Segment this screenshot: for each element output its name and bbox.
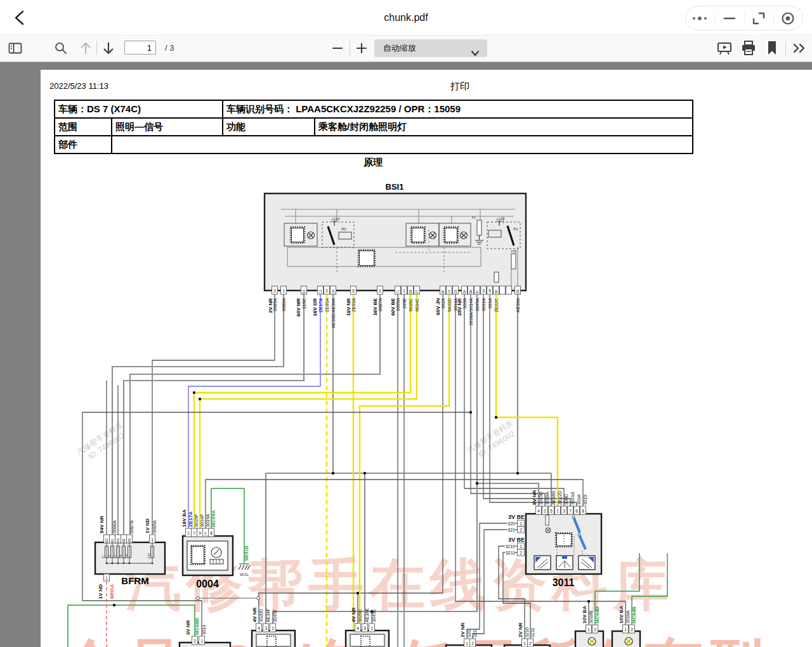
svg-text:27: 27 bbox=[415, 290, 419, 294]
svg-text:1V ND: 1V ND bbox=[98, 584, 103, 599]
svg-text:1: 1 bbox=[587, 627, 590, 632]
page-number-input[interactable] bbox=[124, 41, 156, 55]
svg-text:F4: F4 bbox=[119, 554, 122, 558]
svg-text:F7: F7 bbox=[102, 554, 105, 558]
svg-text:3211: 3211 bbox=[530, 628, 535, 637]
svg-text:29: 29 bbox=[516, 290, 520, 294]
svg-text:AE36D/AE36A: AE36D/AE36A bbox=[331, 298, 336, 328]
svg-text:ID: 7496002: ID: 7496002 bbox=[86, 431, 126, 461]
svg-text:+12V: +12V bbox=[331, 217, 340, 221]
more-tools-button[interactable] bbox=[789, 35, 809, 62]
svg-text:汽修帮手资料库: 汽修帮手资料库 bbox=[465, 419, 515, 455]
svg-text:3210: 3210 bbox=[505, 544, 515, 549]
svg-text:5: 5 bbox=[488, 289, 491, 293]
watermark-layer: 汽修帮手在线资料库会员188/年 任用所有车型汽修帮手资料库ID: 749600… bbox=[60, 419, 770, 647]
svg-text:3019: 3019 bbox=[582, 495, 588, 505]
svg-text:303A: 303A bbox=[576, 494, 582, 505]
svg-text:16V BE: 16V BE bbox=[372, 297, 378, 315]
svg-text:ZE22D: ZE22D bbox=[557, 491, 563, 505]
svg-text:321: 321 bbox=[472, 630, 478, 637]
svg-text:7: 7 bbox=[193, 531, 195, 535]
svg-text:MC51: MC51 bbox=[240, 573, 249, 577]
svg-text:302A: 302A bbox=[440, 298, 446, 309]
svg-text:3045D: 3045D bbox=[538, 492, 544, 505]
svg-text:ZE17A: ZE17A bbox=[318, 298, 324, 312]
svg-text:10V BA: 10V BA bbox=[582, 606, 587, 624]
search-button[interactable] bbox=[52, 35, 70, 62]
svg-text:AE36D: AE36D bbox=[551, 490, 556, 505]
svg-text:2: 2 bbox=[520, 551, 522, 555]
svg-text:9034P: 9034P bbox=[199, 514, 205, 527]
svg-text:3210: 3210 bbox=[524, 627, 530, 637]
print-header-label: 打印 bbox=[450, 81, 469, 93]
svg-text:265E: 265E bbox=[402, 298, 407, 309]
svg-text:2: 2 bbox=[594, 627, 596, 632]
svg-text:汽修帮手在线资料库: 汽修帮手在线资料库 bbox=[125, 553, 674, 616]
component-box-layer bbox=[95, 193, 640, 647]
bsi-relays bbox=[322, 221, 520, 249]
svg-text:R2: R2 bbox=[341, 227, 346, 231]
svg-text:16: 16 bbox=[331, 290, 335, 294]
svg-text:0085A: 0085A bbox=[272, 298, 278, 311]
svg-text:1: 1 bbox=[556, 509, 559, 513]
svg-text:9035C: 9035C bbox=[408, 298, 414, 311]
bookmark-button[interactable] bbox=[764, 35, 780, 62]
svg-text:3038A/3014A: 3038A/3014A bbox=[468, 298, 474, 326]
svg-text:1: 1 bbox=[466, 641, 468, 646]
component-value-cell bbox=[112, 136, 693, 154]
ground-mc51 bbox=[239, 564, 250, 570]
table-row: 车辆：DS 7 (X74C) 车辆识别号码： LPAA5CKCXJ2Z92259… bbox=[55, 100, 693, 118]
svg-text:2: 2 bbox=[529, 641, 532, 646]
svg-text:303A: 303A bbox=[487, 298, 493, 309]
svg-text:8: 8 bbox=[210, 531, 213, 535]
next-page-button[interactable] bbox=[100, 35, 117, 62]
svg-text:320: 320 bbox=[508, 521, 515, 526]
svg-text:ZE17A: ZE17A bbox=[188, 511, 193, 527]
svg-text:3: 3 bbox=[265, 626, 267, 631]
svg-text:3V NR: 3V NR bbox=[185, 620, 191, 635]
svg-text:3: 3 bbox=[482, 289, 485, 293]
zoom-out-button[interactable] bbox=[329, 35, 346, 62]
svg-text:3045E: 3045E bbox=[371, 609, 377, 622]
presentation-mode-button[interactable] bbox=[716, 35, 733, 62]
presentation-icon bbox=[717, 41, 732, 56]
previous-page-button[interactable] bbox=[77, 35, 94, 62]
svg-text:30: 30 bbox=[441, 290, 445, 294]
svg-text:23: 23 bbox=[454, 290, 457, 294]
svg-text:16V NR: 16V NR bbox=[346, 298, 351, 316]
sidebar-toggle-button[interactable] bbox=[6, 35, 24, 62]
svg-text:3019A: 3019A bbox=[205, 514, 211, 527]
svg-text:1: 1 bbox=[523, 641, 526, 646]
fullscreen-button[interactable] bbox=[745, 6, 773, 30]
fullscreen-icon bbox=[752, 11, 766, 25]
svg-text:ID: 7496002: ID: 7496002 bbox=[476, 429, 516, 459]
bsi-chips bbox=[291, 227, 458, 266]
sidebar-toggle-icon bbox=[8, 42, 22, 54]
svg-text:36: 36 bbox=[469, 290, 473, 294]
close-record-button[interactable] bbox=[774, 6, 802, 30]
svg-text:300A: 300A bbox=[462, 298, 468, 309]
print-button[interactable] bbox=[740, 35, 757, 62]
svg-text:1: 1 bbox=[151, 537, 154, 542]
svg-text:5: 5 bbox=[550, 509, 553, 513]
zoom-select[interactable]: 自动缩放 bbox=[374, 39, 487, 57]
svg-text:31: 31 bbox=[110, 539, 114, 542]
svg-text:ZE22C: ZE22C bbox=[494, 298, 499, 312]
svg-text:BSI1: BSI1 bbox=[386, 182, 404, 192]
more-button[interactable] bbox=[686, 6, 714, 30]
diagram-label-layer: BSI1+12VR2+12VR1F1F362V NR20085A10086A60… bbox=[98, 182, 637, 647]
svg-text:5: 5 bbox=[352, 289, 355, 293]
table-row: 部件 bbox=[55, 136, 693, 154]
svg-text:ZE03A: ZE03A bbox=[351, 298, 357, 312]
minimize-button[interactable] bbox=[715, 6, 743, 30]
toolbar-divider bbox=[785, 41, 786, 55]
svg-text:1: 1 bbox=[403, 289, 405, 293]
svg-text:1: 1 bbox=[370, 626, 373, 631]
comp-4vnr-art bbox=[256, 634, 384, 646]
vin-cell: 车辆识别号码： LPAA5CKCXJ2Z92259 / OPR：15059 bbox=[223, 100, 693, 118]
svg-text:2: 2 bbox=[325, 289, 328, 293]
page-count-label: / 3 bbox=[165, 35, 174, 62]
svg-text:10V BA: 10V BA bbox=[619, 606, 624, 624]
svg-text:AE36E: AE36E bbox=[364, 608, 370, 622]
zoom-in-button[interactable] bbox=[353, 35, 370, 62]
